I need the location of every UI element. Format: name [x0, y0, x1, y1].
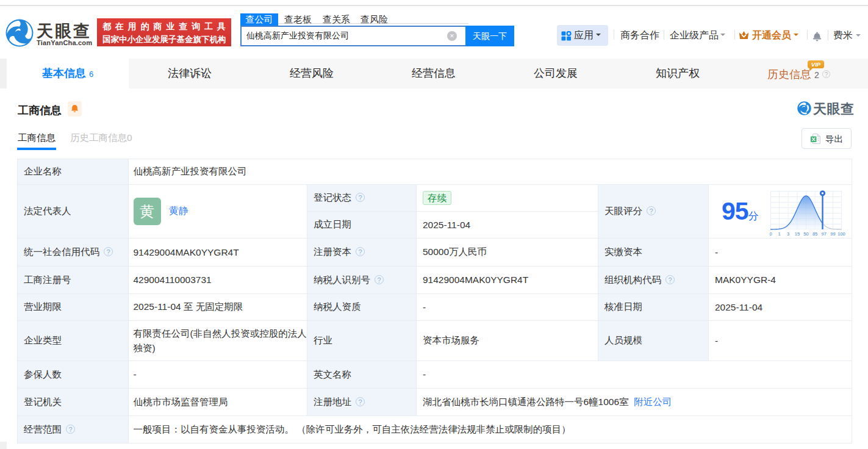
- svg-text:3: 3: [787, 231, 789, 237]
- svg-text:50: 50: [803, 231, 808, 237]
- svg-text:1: 1: [778, 231, 781, 237]
- svg-text:85: 85: [812, 231, 817, 237]
- svg-text:15: 15: [795, 231, 800, 237]
- svg-text:100: 100: [838, 231, 845, 237]
- svg-text:0: 0: [770, 231, 772, 237]
- svg-text:99: 99: [830, 231, 835, 237]
- svg-text:97: 97: [822, 231, 827, 237]
